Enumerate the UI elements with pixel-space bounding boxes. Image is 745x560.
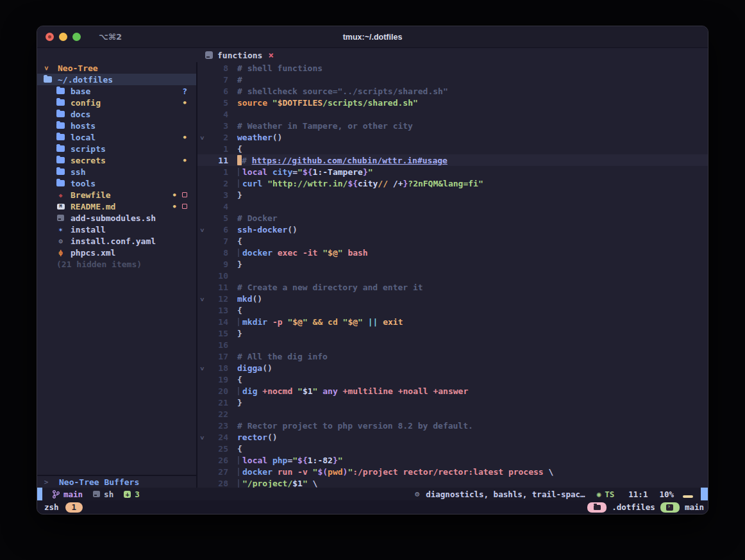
- code-text: # Docker: [237, 213, 278, 223]
- code-line[interactable]: 14 mkdir -p "$@" && cd "$@" || exit: [197, 316, 708, 327]
- code-line[interactable]: >18digga(): [197, 362, 708, 374]
- code-line[interactable]: 3}: [197, 189, 708, 201]
- git-branch-segment[interactable]: main: [53, 490, 83, 499]
- line-number: 4: [206, 110, 228, 119]
- code-line[interactable]: 16: [197, 339, 708, 350]
- code-line[interactable]: 19{: [197, 374, 708, 385]
- code-line[interactable]: 6# shellcheck source="../scripts/shared.…: [197, 85, 708, 97]
- tree-item-label: Brewfile: [71, 190, 111, 200]
- statusline: main sh + 3 ⚙ diagnosticls, bashls, trai…: [37, 488, 708, 500]
- code-line[interactable]: 17# All the dig info: [197, 350, 708, 362]
- code-line[interactable]: >12mkd(): [197, 293, 708, 304]
- line-number: 5: [206, 98, 228, 108]
- tree-item-tools[interactable]: tools: [37, 177, 196, 189]
- code-line[interactable]: 25{: [197, 443, 708, 454]
- code-line[interactable]: 11 # https://github.com/chubin/wttr.in#u…: [197, 154, 708, 166]
- tree-item-hosts[interactable]: hosts: [37, 120, 196, 131]
- folder-icon: [56, 180, 65, 186]
- line-number: 14: [206, 317, 228, 327]
- line-number: 23: [206, 421, 228, 431]
- code-line[interactable]: 1{: [197, 143, 708, 154]
- code-text: docker run -v "$(pwd)":/project rector/r…: [237, 467, 553, 477]
- code-text: # https://github.com/chubin/wttr.in#usag…: [237, 155, 448, 165]
- code-line[interactable]: 4: [197, 201, 708, 212]
- fold-chevron-icon[interactable]: >: [199, 228, 206, 232]
- code-line[interactable]: 23# Rector project to php version 8.2 by…: [197, 420, 708, 431]
- code-line[interactable]: 4: [197, 108, 708, 120]
- tmux-window-name[interactable]: zsh: [44, 502, 59, 512]
- tree-item-install-conf-yaml[interactable]: ⚙install.conf.yaml: [37, 235, 196, 247]
- code-line[interactable]: 5# Docker: [197, 212, 708, 224]
- indent-guide: [237, 167, 242, 177]
- code-line[interactable]: 5source "$DOTFILES/scripts/shared.sh": [197, 97, 708, 108]
- code-line[interactable]: 11# Create a new directory and enter it: [197, 281, 708, 293]
- zoom-window-button[interactable]: [72, 33, 81, 41]
- code-line[interactable]: 9}: [197, 258, 708, 270]
- tab-label: functions: [217, 51, 262, 60]
- tree-item-label: install: [71, 225, 106, 235]
- tree-item-label: ssh: [71, 167, 85, 177]
- tree-item-base[interactable]: base?: [37, 85, 196, 97]
- code-text: mkdir -p "$@" && cd "$@" || exit: [237, 317, 403, 327]
- tree-item-add-submodules-sh[interactable]: add-submodules.sh: [37, 212, 196, 224]
- code-line[interactable]: 15}: [197, 327, 708, 339]
- code-line[interactable]: 7#: [197, 74, 708, 85]
- code-line[interactable]: 7{: [197, 235, 708, 247]
- fold-chevron-icon[interactable]: >: [199, 136, 206, 140]
- code-line[interactable]: 2 curl "http://wttr.in/${city// /+}?2nFQ…: [197, 177, 708, 189]
- git-status-badges: •: [172, 190, 187, 200]
- code-line[interactable]: >6ssh-docker(): [197, 224, 708, 235]
- tree-item-scripts[interactable]: scripts: [37, 143, 196, 154]
- code-line[interactable]: 1 local city="${1:-Tampere}": [197, 166, 708, 177]
- tree-item-docs[interactable]: docs: [37, 108, 196, 120]
- fold-chevron-icon[interactable]: >: [199, 436, 206, 440]
- filetype-segment: sh: [93, 490, 113, 499]
- markdown-icon: M: [56, 204, 65, 210]
- mode-indicator-block: [37, 488, 42, 500]
- git-modified-icon: •: [172, 190, 177, 200]
- tab-close-icon[interactable]: ×: [268, 50, 273, 60]
- code-line[interactable]: 21}: [197, 397, 708, 408]
- code-line[interactable]: >24rector(): [197, 431, 708, 443]
- tmux-window-index-badge[interactable]: 1: [65, 502, 83, 513]
- tree-item-install[interactable]: ✶install: [37, 224, 196, 235]
- code-line[interactable]: 3# Weather in Tampere, or other city: [197, 120, 708, 131]
- tree-item-config[interactable]: config•: [37, 97, 196, 108]
- tab-functions[interactable]: functions ×: [205, 50, 274, 60]
- tree-item-phpcs-xml[interactable]: ϕphpcs.xml: [37, 247, 196, 258]
- tree-item-readme-md[interactable]: MREADME.md•: [37, 201, 196, 212]
- code-line[interactable]: 26 local php="${1:-82}": [197, 454, 708, 466]
- line-number: 1: [206, 167, 228, 177]
- tree-item-brewfile[interactable]: ◆Brewfile•: [37, 189, 196, 201]
- tree-item-ssh[interactable]: ssh: [37, 166, 196, 177]
- chevron-right-icon: >: [42, 478, 50, 486]
- tree-item-local[interactable]: local•: [37, 131, 196, 143]
- code-line[interactable]: 13{: [197, 304, 708, 316]
- neotree-buffers-header[interactable]: > Neo-Tree Buffers: [37, 476, 196, 488]
- scrollbar-thumb[interactable]: [701, 488, 708, 500]
- line-number: 16: [206, 340, 228, 350]
- code-line[interactable]: 10: [197, 270, 708, 281]
- code-text: docker exec -it "$@" bash: [237, 248, 368, 258]
- code-line[interactable]: 22: [197, 408, 708, 420]
- code-line[interactable]: 8# shell functions: [197, 62, 708, 74]
- code-line[interactable]: 20 dig +nocmd "$1" any +multiline +noall…: [197, 385, 708, 397]
- code-line[interactable]: 28 "/project/$1" \: [197, 477, 708, 488]
- tree-root-item[interactable]: ~/.dotfiles: [37, 74, 196, 85]
- folder-icon: [56, 145, 65, 152]
- editor-buffer[interactable]: 8# shell functions7#6# shellcheck source…: [197, 62, 708, 488]
- code-line[interactable]: >2weather(): [197, 131, 708, 143]
- code-line[interactable]: 27 docker run -v "$(pwd)":/project recto…: [197, 466, 708, 477]
- tree-item-secrets[interactable]: secrets•: [37, 154, 196, 166]
- fold-chevron-icon[interactable]: >: [199, 366, 206, 370]
- code-line[interactable]: 8 docker exec -it "$@" bash: [197, 247, 708, 258]
- shell-filetype-icon: [93, 491, 100, 497]
- fold-chevron-icon[interactable]: >: [199, 297, 206, 301]
- code-text: "/project/$1" \: [237, 479, 317, 488]
- minimize-window-button[interactable]: [59, 33, 67, 41]
- close-window-button[interactable]: [46, 33, 54, 41]
- git-status-badges: ?: [182, 86, 187, 96]
- code-text: digga(): [237, 363, 272, 373]
- treesitter-status-icon: ◉: [597, 490, 601, 498]
- code-text: }: [237, 398, 242, 408]
